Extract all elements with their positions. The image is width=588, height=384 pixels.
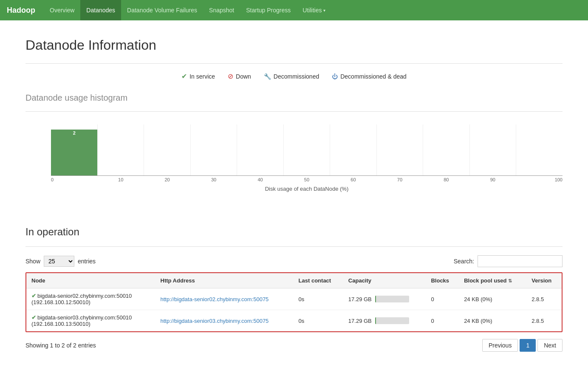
operation-section: In operation Show 25 50 100 entries Sear…	[25, 226, 563, 352]
next-button[interactable]: Next	[537, 339, 563, 352]
legend-decommissioned-dead-label: Decommissioned & dead	[340, 73, 407, 80]
entries-select[interactable]: 25 50 100	[44, 256, 74, 267]
histogram-section: Datanode usage histogram	[25, 93, 563, 209]
cell-capacity-0: 17.29 GB	[343, 288, 426, 310]
legend-down: ⊘ Down	[228, 72, 251, 80]
table-header-row: Node Http Address Last contact Capacity …	[26, 273, 562, 288]
col-block-pool: Block pool used	[459, 273, 526, 288]
nav-datanodes[interactable]: Datanodes	[80, 0, 121, 20]
main-nav: Hadoop Overview Datanodes Datanode Volum…	[0, 0, 588, 20]
entries-label: entries	[78, 258, 96, 265]
legend-in-service: ✔ In service	[181, 72, 215, 80]
col-http: Http Address	[155, 273, 294, 288]
operation-divider	[25, 246, 563, 247]
wrench-icon: 🔧	[264, 73, 271, 80]
legend-decommissioned-label: Decommissioned	[274, 73, 319, 80]
node-check-icon: ✔	[31, 293, 36, 299]
col-node: Node	[26, 273, 155, 288]
pagination-wrap: Showing 1 to 2 of 2 entries Previous 1 N…	[25, 339, 563, 352]
page-title: Datanode Information	[25, 37, 563, 53]
col-blocks: Blocks	[426, 273, 459, 288]
nav-startup-progress[interactable]: Startup Progress	[240, 0, 297, 20]
cell-http-1: http://bigdata-senior03.chybinmy.com:500…	[155, 310, 294, 332]
col-capacity: Capacity	[343, 273, 426, 288]
page-1-button[interactable]: 1	[520, 339, 536, 352]
brand-logo: Hadoop	[7, 6, 35, 15]
col-last-contact: Last contact	[294, 273, 343, 288]
title-divider	[25, 63, 563, 64]
cell-version-0: 2.8.5	[526, 288, 562, 310]
table-row: ✔bigdata-senior03.chybinmy.com:50010(192…	[26, 310, 562, 332]
search-wrap: Search:	[454, 255, 563, 267]
search-input[interactable]	[478, 255, 563, 267]
pagination-buttons: Previous 1 Next	[482, 339, 563, 352]
legend-down-label: Down	[236, 73, 251, 80]
cell-pool-0: 24 KB (0%)	[459, 288, 526, 310]
col-version: Version	[526, 273, 562, 288]
check-icon: ✔	[181, 72, 187, 80]
down-icon: ⊘	[228, 72, 233, 80]
node-check-icon: ✔	[31, 314, 36, 321]
table-controls: Show 25 50 100 entries Search:	[25, 255, 563, 267]
x-axis-label: Disk usage of each DataNode (%)	[51, 186, 563, 192]
legend-decommissioned: 🔧 Decommissioned	[264, 72, 319, 80]
nav-snapshot[interactable]: Snapshot	[203, 0, 240, 20]
cell-pool-1: 24 KB (0%)	[459, 310, 526, 332]
cell-blocks-0: 0	[426, 288, 459, 310]
prev-button[interactable]: Previous	[482, 339, 518, 352]
cell-http-0: http://bigdata-senior02.chybinmy.com:500…	[155, 288, 294, 310]
datanode-table: Node Http Address Last contact Capacity …	[26, 273, 562, 331]
http-link-0[interactable]: http://bigdata-senior02.chybinmy.com:500…	[161, 296, 269, 302]
power-icon: ⏻	[332, 73, 338, 80]
operation-title: In operation	[25, 226, 563, 238]
show-entries: Show 25 50 100 entries	[25, 256, 96, 267]
nav-volume-failures[interactable]: Datanode Volume Failures	[121, 0, 203, 20]
cell-contact-1: 0s	[294, 310, 343, 332]
legend-decommissioned-dead: ⏻ Decommissioned & dead	[332, 72, 407, 80]
histogram-divider	[25, 111, 563, 112]
show-label: Show	[25, 258, 40, 265]
histogram-bar-0: 2	[51, 130, 97, 175]
http-link-1[interactable]: http://bigdata-senior03.chybinmy.com:500…	[161, 318, 269, 324]
histogram-title: Datanode usage histogram	[25, 93, 563, 103]
cell-contact-0: 0s	[294, 288, 343, 310]
cell-blocks-1: 0	[426, 310, 459, 332]
cell-version-1: 2.8.5	[526, 310, 562, 332]
table-row: ✔bigdata-senior02.chybinmy.com:50010(192…	[26, 288, 562, 310]
legend: ✔ In service ⊘ Down 🔧 Decommissioned ⏻ D…	[25, 72, 563, 80]
search-label: Search:	[454, 258, 474, 265]
utilities-caret-icon: ▾	[323, 8, 325, 13]
cell-capacity-1: 17.29 GB	[343, 310, 426, 332]
pagination-info: Showing 1 to 2 of 2 entries	[25, 342, 96, 349]
legend-in-service-label: In service	[189, 73, 215, 80]
cell-node-0: ✔bigdata-senior02.chybinmy.com:50010(192…	[26, 288, 155, 310]
cell-node-1: ✔bigdata-senior03.chybinmy.com:50010(192…	[26, 310, 155, 332]
table-wrap: Node Http Address Last contact Capacity …	[25, 272, 563, 332]
nav-utilities[interactable]: Utilities ▾	[297, 0, 331, 20]
nav-overview[interactable]: Overview	[44, 0, 80, 20]
histogram-wrap: 2 0 10 20 30 40 50 60 70 80 90 100	[25, 120, 563, 209]
